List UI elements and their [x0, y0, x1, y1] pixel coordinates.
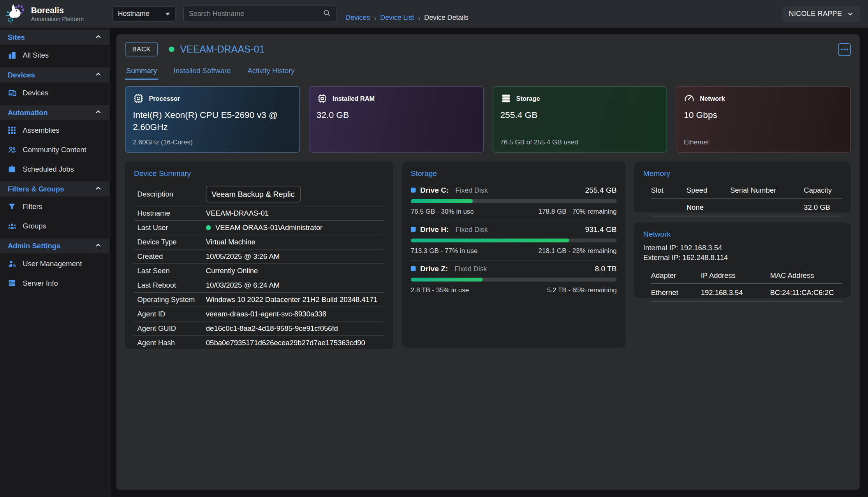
drive-bullet-icon — [411, 188, 416, 193]
user-menu-label: NICOLE RAPPE — [789, 10, 842, 18]
user-gear-icon — [8, 259, 17, 268]
chevron-down-icon — [847, 11, 854, 17]
network-subtext: Ethernet — [684, 138, 843, 146]
ram-chip-icon — [317, 93, 327, 104]
memory-panel-title: Memory — [643, 169, 842, 177]
external-ip: External IP: 162.248.8.114 — [643, 253, 842, 262]
tab-installed-software[interactable]: Installed Software — [173, 65, 232, 80]
brand-tagline: Automation Platform — [31, 15, 84, 22]
drive-usage-bar — [411, 278, 617, 282]
devices-icon — [8, 88, 17, 97]
breadcrumb-device-list[interactable]: Device List — [380, 14, 414, 22]
drive-row-c: Drive C: Fixed Disk 255.4 GB 76.5 GB - 3… — [411, 182, 617, 221]
adapter-mac-cell: BC:24:11:CA:C6:2C — [770, 283, 842, 302]
briefcase-icon — [8, 165, 17, 173]
summary-row-last-user: Last User VEEAM-DRAAS-01\Administrator — [134, 221, 384, 235]
sidebar-section-sites[interactable]: Sites — [0, 30, 109, 45]
breadcrumb-devices[interactable]: Devices — [345, 14, 370, 22]
people-icon — [8, 145, 17, 154]
cpu-icon — [133, 93, 144, 104]
chevron-up-icon — [95, 70, 102, 80]
back-button[interactable]: BACK — [125, 42, 158, 56]
sidebar-item-user-management[interactable]: User Management — [0, 255, 109, 273]
borealis-rabbit-logo-icon — [4, 3, 26, 25]
summary-row-agent-hash: Agent Hash 05ba0e7935171d626ecea29b27d7a… — [134, 336, 384, 349]
sidebar-item-label: All Sites — [23, 51, 49, 59]
device-tabs: Summary Installed Software Activity Hist… — [125, 65, 851, 80]
sidebar-item-groups[interactable]: Groups — [0, 217, 109, 235]
summary-row-agent-id: Agent ID veeam-draas-01-agent-svc-8930a3… — [134, 307, 384, 321]
hostname-filter-dropdown[interactable]: Hostname — [113, 6, 176, 22]
processor-value: Intel(R) Xeon(R) CPU E5-2690 v3 @ 2.60GH… — [133, 109, 292, 133]
brand-logo-area[interactable]: Borealis Automation Platform — [0, 3, 110, 25]
card-label: Installed RAM — [333, 95, 375, 102]
summary-row-created: Created 10/05/2025 @ 3:26 AM — [134, 249, 384, 264]
device-online-status-dot — [169, 46, 174, 52]
search-input[interactable] — [189, 10, 323, 18]
sidebar-section-devices[interactable]: Devices — [0, 67, 109, 82]
network-adapters-table: Adapter IP Address MAC Address Ethernet … — [643, 267, 842, 302]
sidebar-item-assemblies[interactable]: Assemblies — [0, 121, 109, 139]
sidebar-item-label: Community Content — [23, 146, 86, 154]
caret-down-icon — [166, 12, 170, 15]
internal-ip: Internal IP: 192.168.3.54 — [643, 243, 842, 253]
sidebar-item-label: Devices — [23, 88, 48, 97]
sidebar: Sites All Sites Devices Devices Automati… — [0, 28, 110, 497]
tab-activity-history[interactable]: Activity History — [246, 65, 296, 80]
sidebar-section-admin-settings[interactable]: Admin Settings — [0, 239, 109, 253]
network-card: Network 10 Gbps Ethernet — [676, 86, 851, 153]
memory-table: Slot Speed Serial Number Capacity None 3… — [643, 182, 842, 216]
device-header: BACK VEEAM-DRAAS-01 — [125, 42, 851, 56]
drive-bullet-icon — [411, 266, 416, 271]
chevron-up-icon — [95, 184, 102, 194]
sidebar-item-label: User Management — [23, 260, 82, 268]
card-label: Network — [700, 95, 725, 102]
sidebar-item-label: Groups — [23, 222, 46, 230]
search-box[interactable] — [183, 5, 337, 22]
stat-cards-row: Processor Intel(R) Xeon(R) CPU E5-2690 v… — [125, 86, 851, 153]
tab-summary[interactable]: Summary — [125, 65, 158, 80]
sidebar-item-filters[interactable]: Filters — [0, 197, 109, 216]
summary-row-agent-guid: Agent GUID de16c0c1-8aa2-4d18-9585-9ce91… — [134, 321, 384, 336]
drive-used-text: 2.8 TB - 35% in use — [411, 286, 469, 294]
description-input[interactable] — [206, 186, 301, 202]
storage-value: 255.4 GB — [500, 109, 659, 121]
network-value: 10 Gbps — [684, 109, 843, 121]
memory-panel: Memory Slot Speed Serial Number Capacity… — [634, 162, 851, 212]
sidebar-item-all-sites[interactable]: All Sites — [0, 46, 109, 64]
sidebar-item-server-info[interactable]: Server Info — [0, 274, 109, 292]
device-summary-title: Device Summary — [134, 169, 384, 177]
sidebar-section-automation[interactable]: Automation — [0, 105, 109, 120]
right-panels-column: Memory Slot Speed Serial Number Capacity… — [634, 162, 851, 298]
sidebar-item-community-content[interactable]: Community Content — [0, 140, 109, 159]
installed-ram-card: Installed RAM 32.0 GB — [309, 86, 484, 153]
funnel-icon — [8, 202, 17, 211]
sidebar-item-label: Server Info — [23, 279, 58, 287]
search-icon[interactable] — [323, 9, 331, 19]
app-viewport: Borealis Automation Platform Hostname De… — [0, 0, 868, 497]
summary-row-operating-system: Operating System Windows 10 2022 Datacen… — [134, 293, 384, 307]
storage-panel: Storage Drive C: Fixed Disk 255.4 GB 76.… — [402, 162, 625, 348]
brand-name: Borealis — [31, 6, 84, 16]
drive-bullet-icon — [411, 227, 416, 232]
breadcrumb-separator: › — [374, 14, 376, 22]
grid-icon — [8, 126, 17, 134]
sidebar-item-label: Scheduled Jobs — [23, 165, 74, 173]
sidebar-item-scheduled-jobs[interactable]: Scheduled Jobs — [0, 160, 109, 178]
sidebar-item-label: Filters — [23, 202, 42, 211]
card-label: Storage — [516, 95, 540, 102]
server-icon — [8, 279, 17, 287]
chevron-up-icon — [95, 241, 102, 251]
storage-subtext: 76.5 GB of 255.4 GB used — [500, 138, 659, 146]
sidebar-section-filters-groups[interactable]: Filters & Groups — [0, 181, 109, 196]
sidebar-item-devices[interactable]: Devices — [0, 84, 109, 102]
summary-row-device-type: Device Type Virtual Machine — [134, 235, 384, 249]
network-panel: Network Internal IP: 192.168.3.54 Extern… — [634, 222, 851, 297]
breadcrumb: Devices › Device List › Device Details — [345, 14, 468, 22]
storage-card: Storage 255.4 GB 76.5 GB of 255.4 GB use… — [492, 86, 667, 153]
user-menu-button[interactable]: NICOLE RAPPE — [782, 6, 860, 22]
building-icon — [8, 51, 17, 60]
breadcrumb-device-details: Device Details — [424, 14, 468, 22]
user-online-dot — [206, 225, 211, 230]
more-actions-button[interactable] — [838, 43, 851, 56]
